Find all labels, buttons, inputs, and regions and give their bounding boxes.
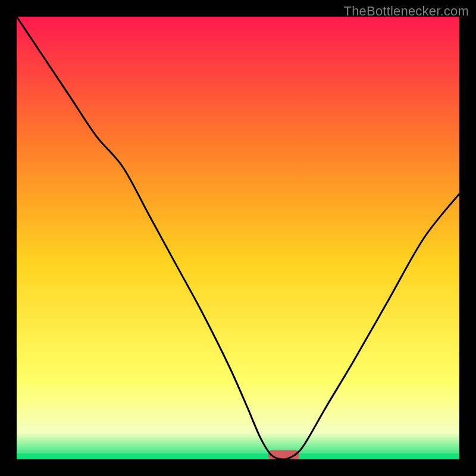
bottleneck-chart <box>17 17 459 459</box>
chart-frame: TheBottlenecker.com <box>0 0 476 476</box>
gradient-background <box>17 17 459 459</box>
watermark-text: TheBottlenecker.com <box>344 4 469 19</box>
green-baseline-band <box>17 453 459 459</box>
